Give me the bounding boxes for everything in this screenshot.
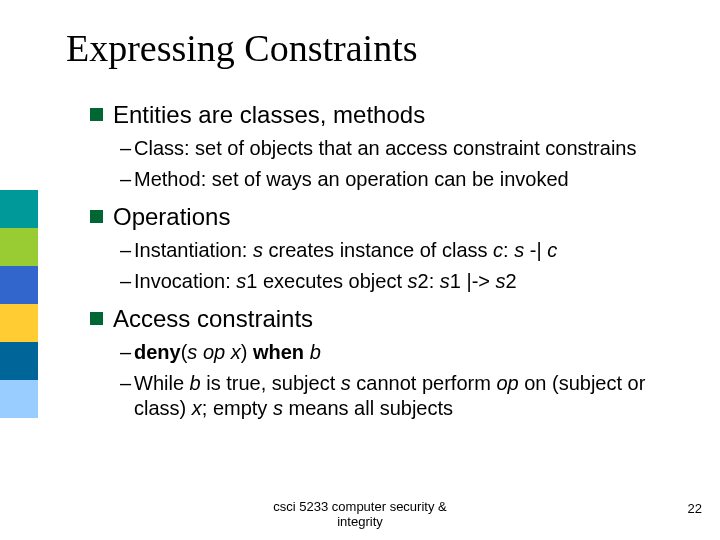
dash-icon: – [120, 269, 134, 294]
bullet-text: Entities are classes, methods [113, 100, 425, 130]
sub-bullet-text: Invocation: s1 executes object s2: s1 |-… [134, 269, 517, 294]
sidebar-decoration [0, 190, 38, 418]
sidebar-square [0, 228, 38, 266]
bullet-level2: –Instantiation: s creates instance of cl… [90, 238, 680, 263]
bullet-level2: –Invocation: s1 executes object s2: s1 |… [90, 269, 680, 294]
sub-bullet-text: While b is true, subject s cannot perfor… [134, 371, 680, 421]
footer-line2: integrity [337, 514, 383, 529]
sidebar-square [0, 380, 38, 418]
slide-content: Entities are classes, methods–Class: set… [90, 90, 680, 421]
dash-icon: – [120, 371, 134, 396]
bullet-square-icon [90, 108, 103, 121]
sidebar-square [0, 304, 38, 342]
sub-bullet-text: Method: set of ways an operation can be … [134, 167, 569, 192]
dash-icon: – [120, 167, 134, 192]
sub-bullet-text: deny(s op x) when b [134, 340, 321, 365]
dash-icon: – [120, 136, 134, 161]
bullet-level1: Operations [90, 202, 680, 232]
bullet-level2: –Class: set of objects that an access co… [90, 136, 680, 161]
bullet-level2: –While b is true, subject s cannot perfo… [90, 371, 680, 421]
bullet-square-icon [90, 210, 103, 223]
bullet-level2: –Method: set of ways an operation can be… [90, 167, 680, 192]
sub-bullet-text: Class: set of objects that an access con… [134, 136, 636, 161]
bullet-text: Operations [113, 202, 230, 232]
sub-bullet-text: Instantiation: s creates instance of cla… [134, 238, 557, 263]
sidebar-square [0, 266, 38, 304]
page-number: 22 [688, 501, 702, 516]
sidebar-square [0, 190, 38, 228]
footer: csci 5233 computer security & integrity [0, 499, 720, 530]
bullet-level1: Access constraints [90, 304, 680, 334]
bullet-level1: Entities are classes, methods [90, 100, 680, 130]
footer-line1: csci 5233 computer security & [273, 499, 446, 514]
slide-title: Expressing Constraints [66, 26, 417, 70]
bullet-level2: –deny(s op x) when b [90, 340, 680, 365]
bullet-square-icon [90, 312, 103, 325]
bullet-text: Access constraints [113, 304, 313, 334]
sidebar-square [0, 342, 38, 380]
dash-icon: – [120, 238, 134, 263]
dash-icon: – [120, 340, 134, 365]
